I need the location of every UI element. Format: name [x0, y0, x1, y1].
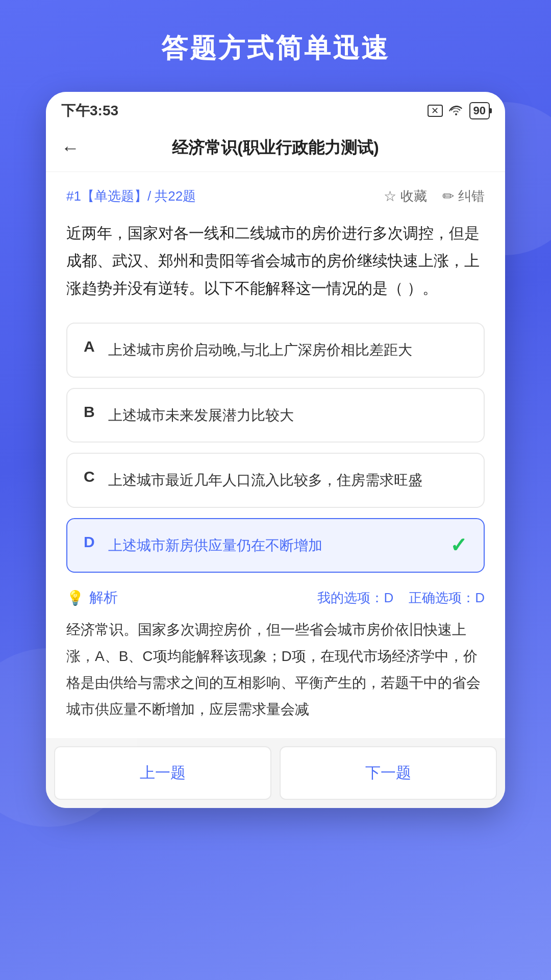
answer-info: 我的选项：D 正确选项：D	[317, 589, 485, 607]
question-actions: ☆ 收藏 ✏ 纠错	[384, 187, 485, 205]
phone-card: 下午3:53 ✕ 90 ← 经济常识(职业行政能力测试) #1【单选题】/ 共2…	[46, 92, 505, 808]
bottom-nav: 上一题 下一题	[46, 738, 505, 808]
battery-icon: 90	[469, 102, 490, 119]
option-d[interactable]: D 上述城市新房供应量仍在不断增加 ✓	[66, 518, 485, 573]
option-d-text: 上述城市新房供应量仍在不断增加	[108, 533, 440, 558]
top-nav: ← 经济常识(职业行政能力测试)	[46, 127, 505, 172]
collect-button[interactable]: ☆ 收藏	[384, 187, 427, 205]
analysis-text: 经济常识。国家多次调控房价，但一些省会城市房价依旧快速上涨，A、B、C项均能解释…	[66, 617, 485, 722]
question-header: #1【单选题】/ 共22题 ☆ 收藏 ✏ 纠错	[66, 187, 485, 205]
option-c-letter: C	[84, 468, 96, 485]
option-d-letter: D	[84, 533, 96, 551]
correct-answer: 正确选项：D	[409, 589, 485, 607]
lightbulb-icon: 💡	[66, 590, 84, 606]
options-container: A 上述城市房价启动晚,与北上广深房价相比差距大 B 上述城市未来发展潜力比较大…	[66, 323, 485, 573]
question-label: #1【单选题】/ 共22题	[66, 187, 196, 205]
option-b-letter: B	[84, 403, 96, 421]
analysis-label: 💡 解析	[66, 588, 118, 607]
edit-icon: ✏	[442, 188, 454, 205]
option-a-letter: A	[84, 338, 96, 355]
page-title: 答题方式简单迅速	[0, 0, 551, 92]
content-area: #1【单选题】/ 共22题 ☆ 收藏 ✏ 纠错 近两年，国家对各一线和二线城市的…	[46, 172, 505, 738]
star-icon: ☆	[384, 188, 396, 205]
next-button[interactable]: 下一题	[280, 746, 497, 800]
status-time: 下午3:53	[61, 101, 118, 120]
correct-checkmark: ✓	[450, 533, 467, 557]
wifi-icon	[449, 103, 463, 119]
prev-button[interactable]: 上一题	[54, 746, 271, 800]
option-b[interactable]: B 上述城市未来发展潜力比较大	[66, 388, 485, 443]
option-c-text: 上述城市最近几年人口流入比较多，住房需求旺盛	[108, 468, 467, 493]
question-text: 近两年，国家对各一线和二线城市的房价进行多次调控，但是成都、武汉、郑州和贵阳等省…	[66, 219, 485, 302]
option-c[interactable]: C 上述城市最近几年人口流入比较多，住房需求旺盛	[66, 453, 485, 508]
status-bar: 下午3:53 ✕ 90	[46, 92, 505, 127]
close-icon: ✕	[428, 105, 443, 117]
analysis-header: 💡 解析 我的选项：D 正确选项：D	[66, 588, 485, 607]
option-a-text: 上述城市房价启动晚,与北上广深房价相比差距大	[108, 338, 467, 362]
option-b-text: 上述城市未来发展潜力比较大	[108, 403, 467, 428]
back-button[interactable]: ←	[61, 137, 80, 159]
correct-button[interactable]: ✏ 纠错	[442, 187, 485, 205]
option-a[interactable]: A 上述城市房价启动晚,与北上广深房价相比差距大	[66, 323, 485, 378]
status-icons: ✕ 90	[428, 102, 490, 119]
nav-title: 经济常识(职业行政能力测试)	[172, 137, 379, 159]
my-answer: 我的选项：D	[317, 589, 393, 607]
